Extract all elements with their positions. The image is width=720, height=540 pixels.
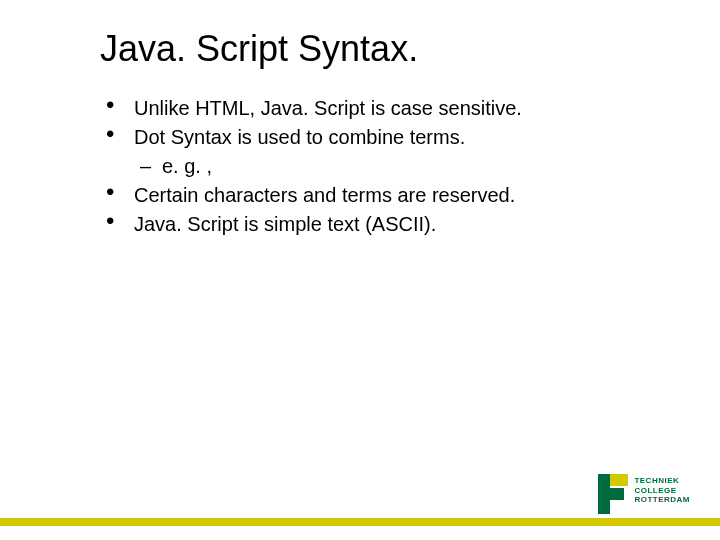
logo-line: ROTTERDAM — [634, 495, 690, 505]
bullet-text: Dot Syntax is used to combine terms. — [134, 126, 465, 148]
logo-mark-icon — [598, 474, 628, 514]
footer-accent-bar — [0, 518, 720, 526]
logo-text: TECHNIEK COLLEGE ROTTERDAM — [634, 474, 690, 507]
logo-line: COLLEGE — [634, 486, 690, 496]
slide-title: Java. Script Syntax. — [100, 28, 418, 70]
bullet-text: Java. Script is simple text (ASCII). — [134, 213, 436, 235]
bullet-list-2: Certain characters and terms are reserve… — [100, 182, 660, 238]
sub-bullet-text: e. g. , — [162, 155, 212, 177]
bullet-text: Unlike HTML, Java. Script is case sensit… — [134, 97, 522, 119]
sub-bullet-item: e. g. , — [134, 153, 660, 180]
footer-logo: TECHNIEK COLLEGE ROTTERDAM — [598, 474, 690, 514]
bullet-item: Java. Script is simple text (ASCII). — [100, 211, 660, 238]
bullet-text: Certain characters and terms are reserve… — [134, 184, 515, 206]
bullet-item: Certain characters and terms are reserve… — [100, 182, 660, 209]
logo-line: TECHNIEK — [634, 476, 690, 486]
slide: Java. Script Syntax. Unlike HTML, Java. … — [0, 0, 720, 540]
bullet-item: Dot Syntax is used to combine terms. e. … — [100, 124, 660, 180]
slide-content: Unlike HTML, Java. Script is case sensit… — [100, 95, 660, 240]
bullet-list-1: Unlike HTML, Java. Script is case sensit… — [100, 95, 660, 180]
sub-bullet-list: e. g. , — [134, 153, 660, 180]
bullet-item: Unlike HTML, Java. Script is case sensit… — [100, 95, 660, 122]
